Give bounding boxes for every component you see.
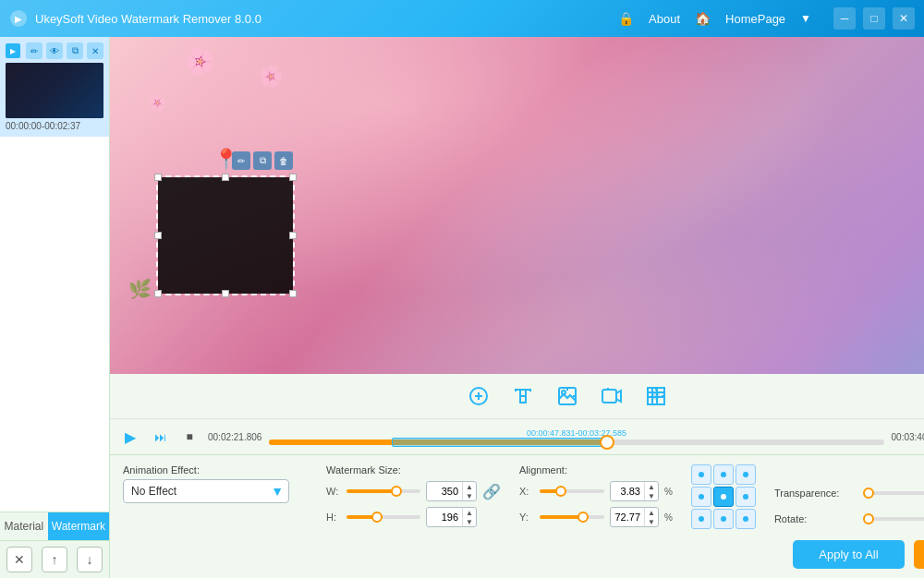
lock-icon[interactable]: 🔗 <box>482 483 501 500</box>
main-layout: ▶ ✏ 👁 ⧉ ✕ 00:00:00-00:02:37 Material Wat… <box>0 37 924 578</box>
height-row: H: ▲ ▼ <box>326 507 501 527</box>
mosaic-btn[interactable] <box>639 379 673 413</box>
tab-material[interactable]: Material <box>0 512 48 540</box>
align-mr[interactable] <box>736 487 756 507</box>
add-watermark-btn[interactable] <box>462 379 495 413</box>
svg-rect-5 <box>602 390 616 403</box>
right-panel: 🌸 🌸 🌸 🌿 🌸 📍 ✏ ⧉ 🗑 <box>110 37 924 578</box>
thumb-tools: ✏ 👁 ⧉ ✕ <box>26 42 103 59</box>
svg-point-6 <box>653 393 659 399</box>
move-down-button[interactable]: ↓ <box>77 547 103 572</box>
flower-decoration-3: 🌸 <box>147 92 167 113</box>
height-value[interactable] <box>427 510 462 524</box>
x-spin-up[interactable]: ▲ <box>645 482 658 491</box>
y-label: Y: <box>519 512 534 523</box>
resize-handle-bl[interactable] <box>154 290 162 297</box>
animation-select[interactable]: No Effect <box>123 479 289 503</box>
align-mc[interactable] <box>713 487 734 507</box>
resize-handle-mr[interactable] <box>289 232 297 239</box>
sel-edit-btn[interactable]: ✏ <box>232 151 250 170</box>
homepage-button[interactable]: HomePage <box>725 12 785 26</box>
transparency-slider[interactable] <box>863 491 924 495</box>
w-label: W: <box>326 486 341 497</box>
watermark-selection-box[interactable]: 📍 ✏ ⧉ 🗑 <box>156 175 295 295</box>
timeline-bar[interactable]: 00:00:47.831-00:03:27.585 <box>269 428 883 445</box>
tab-watermark[interactable]: Watermark <box>48 512 109 540</box>
align-ml[interactable] <box>691 487 711 507</box>
align-tr[interactable] <box>736 464 756 485</box>
about-button[interactable]: About <box>649 12 680 26</box>
height-spin-up[interactable]: ▲ <box>463 508 476 517</box>
step-forward-button[interactable]: ⏭ <box>149 426 171 448</box>
x-align-row: X: ▲ ▼ % <box>519 481 673 501</box>
edit-tool-btn[interactable]: ✏ <box>26 42 43 59</box>
height-value-wrap: ▲ ▼ <box>426 507 477 527</box>
play-button[interactable]: ▶ <box>119 426 141 448</box>
resize-handle-tl[interactable] <box>154 174 162 181</box>
alignment-grid <box>691 464 756 529</box>
minimize-button[interactable]: ─ <box>833 7 856 30</box>
align-tl[interactable] <box>691 464 711 485</box>
bottom-controls: Animation Effect: No Effect ▼ Watermark … <box>110 454 924 578</box>
width-spinners: ▲ ▼ <box>462 482 476 500</box>
resize-handle-tr[interactable] <box>289 174 297 181</box>
dropdown-icon: ▼ <box>800 12 811 25</box>
timeline-track[interactable] <box>269 440 883 445</box>
align-br[interactable] <box>736 509 756 529</box>
height-spin-down[interactable]: ▼ <box>463 517 476 526</box>
height-slider[interactable] <box>346 515 420 519</box>
controls-row: Animation Effect: No Effect ▼ Watermark … <box>123 464 924 533</box>
selection-box-inner <box>158 177 293 294</box>
align-bc[interactable] <box>713 509 734 529</box>
y-align-slider[interactable] <box>540 515 604 519</box>
thumbnail-image <box>6 63 103 118</box>
eye-tool-btn[interactable]: 👁 <box>46 42 63 59</box>
resize-handle-bc[interactable] <box>222 290 229 297</box>
x-spin-down[interactable]: ▼ <box>645 491 658 500</box>
y-align-row: Y: ▲ ▼ % <box>519 507 673 527</box>
x-align-slider[interactable] <box>540 489 604 493</box>
width-spin-down[interactable]: ▼ <box>463 491 476 500</box>
sel-delete-btn[interactable]: 🗑 <box>274 151 293 170</box>
y-pct-label: % <box>664 512 673 523</box>
delete-item-button[interactable]: ✕ <box>6 547 32 572</box>
alignment-label: Alignment: <box>519 464 673 476</box>
width-value[interactable] <box>427 484 462 499</box>
resize-handle-tc[interactable] <box>222 174 229 181</box>
video-watermark-btn[interactable] <box>595 379 628 413</box>
close-button[interactable]: ✕ <box>893 7 915 30</box>
timeline-thumb[interactable] <box>600 435 614 450</box>
close-tool-btn[interactable]: ✕ <box>87 42 103 59</box>
width-slider[interactable] <box>346 489 420 493</box>
text-watermark-btn[interactable] <box>506 379 540 413</box>
sel-copy-btn[interactable]: ⧉ <box>253 151 272 170</box>
width-row: W: ▲ ▼ 🔗 <box>326 481 501 501</box>
y-value[interactable] <box>611 510 644 524</box>
x-value[interactable] <box>611 484 644 499</box>
width-spin-up[interactable]: ▲ <box>463 482 476 491</box>
resize-handle-br[interactable] <box>289 290 297 297</box>
x-spinners: ▲ ▼ <box>644 482 658 500</box>
rotate-slider[interactable] <box>863 517 924 521</box>
stop-button[interactable]: ■ <box>178 426 201 448</box>
animation-effect-label: Animation Effect: <box>123 464 308 476</box>
resize-handle-ml[interactable] <box>154 232 162 239</box>
left-panel: ▶ ✏ 👁 ⧉ ✕ 00:00:00-00:02:37 Material Wat… <box>0 37 110 578</box>
y-spin-down[interactable]: ▼ <box>645 517 658 526</box>
video-area: 🌸 🌸 🌸 🌿 🌸 📍 ✏ ⧉ 🗑 <box>110 37 924 374</box>
apply-to-all-button[interactable]: Apply to All <box>793 540 904 569</box>
timeline-segment <box>392 438 607 447</box>
image-watermark-btn[interactable] <box>551 379 584 413</box>
window-controls: ─ □ ✕ <box>833 7 915 30</box>
move-up-button[interactable]: ↑ <box>42 547 67 572</box>
next-button[interactable]: Next -> <box>914 540 924 569</box>
maximize-button[interactable]: □ <box>863 7 885 30</box>
align-bl[interactable] <box>691 509 711 529</box>
copy-tool-btn[interactable]: ⧉ <box>67 42 83 59</box>
align-tc[interactable] <box>713 464 734 485</box>
thumbnail-header: ▶ ✏ 👁 ⧉ ✕ <box>6 42 103 59</box>
flower-decoration-2: 🌸 <box>255 62 286 91</box>
time-segment: 00:00:47.831-00:03:27.585 <box>269 428 883 438</box>
left-tabs: Material Watermark <box>0 512 109 540</box>
y-spin-up[interactable]: ▲ <box>645 508 658 517</box>
